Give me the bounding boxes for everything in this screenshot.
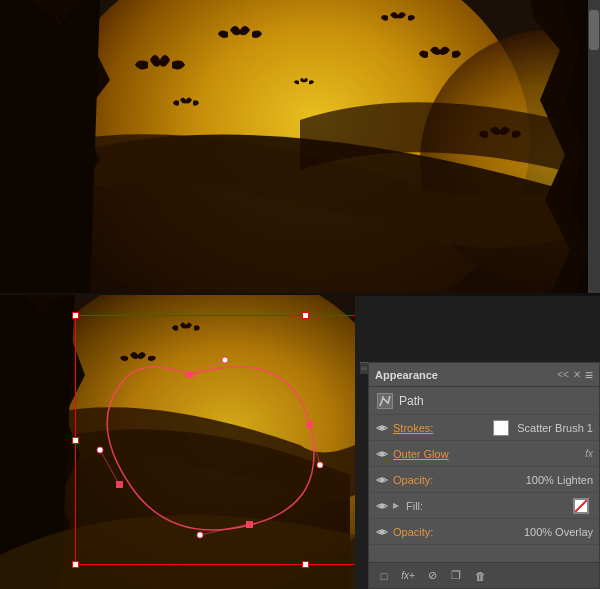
fill-label: Fill: — [406, 500, 569, 512]
row-outer-glow[interactable]: Outer Glow fx — [369, 441, 599, 467]
path-label-row: Path — [369, 387, 599, 415]
fill-swatch-border — [574, 499, 588, 513]
eye-icon-fill[interactable] — [375, 499, 389, 513]
artwork-bottom — [0, 295, 355, 589]
expand-arrow-fill[interactable]: ▶ — [393, 501, 403, 511]
strokes-label: Strokes: — [393, 422, 489, 434]
eye-icon-opacity2[interactable] — [375, 525, 389, 539]
panel-menu-btn[interactable]: ≡ — [585, 367, 593, 383]
eye-icon-opacity1[interactable] — [375, 473, 389, 487]
opacity2-value: 100% Overlay — [524, 526, 593, 538]
panel-title: Appearance — [375, 369, 438, 381]
appearance-panel: Appearance << ✕ ≡ Path — [368, 362, 600, 589]
clear-btn[interactable]: ⊘ — [423, 567, 441, 585]
stroke-swatch[interactable] — [493, 420, 509, 436]
panel-close-btn[interactable]: ✕ — [573, 370, 581, 380]
fx-plus-btn[interactable]: fx+ — [399, 567, 417, 585]
svg-point-15 — [380, 478, 384, 482]
eye-icon-outer-glow[interactable] — [375, 447, 389, 461]
fill-swatch[interactable] — [573, 498, 589, 514]
row-fill[interactable]: ▶ Fill: — [369, 493, 599, 519]
svg-point-14 — [380, 452, 384, 456]
svg-point-13 — [380, 426, 384, 430]
svg-point-16 — [380, 504, 384, 508]
svg-point-17 — [380, 530, 384, 534]
opacity1-value: 100% Lighten — [526, 474, 593, 486]
path-icon — [377, 393, 393, 409]
scrollbar-thumb-top[interactable] — [589, 10, 599, 50]
duplicate-btn[interactable]: ❐ — [447, 567, 465, 585]
opacity2-label: Opacity: — [393, 526, 520, 538]
artwork-top — [0, 0, 600, 295]
artwork-svg-top — [0, 0, 600, 295]
eye-icon-strokes[interactable] — [375, 421, 389, 435]
new-art-btn[interactable]: □ — [375, 567, 393, 585]
panel-resize-handle[interactable]: ‹‹ — [360, 362, 368, 374]
fx-badge-outer-glow: fx — [585, 448, 593, 459]
path-tool-icon — [378, 394, 392, 408]
opacity1-label: Opacity: — [393, 474, 522, 486]
panel-collapse-btn[interactable]: << — [557, 370, 569, 380]
artwork-svg-bottom — [0, 295, 355, 589]
panel-footer: □ fx+ ⊘ ❐ 🗑 — [369, 562, 599, 588]
row-opacity-overlay[interactable]: Opacity: 100% Overlay — [369, 519, 599, 545]
path-label-text: Path — [399, 394, 424, 408]
delete-btn[interactable]: 🗑 — [471, 567, 489, 585]
row-opacity-lighten[interactable]: Opacity: 100% Lighten — [369, 467, 599, 493]
outer-glow-label: Outer Glow — [393, 448, 487, 460]
scrollbar-top[interactable] — [588, 0, 600, 295]
canvas-area: ‹‹ Appearance << ✕ ≡ Path — [0, 0, 600, 589]
stroke-swatch-inner — [496, 423, 506, 433]
row-strokes[interactable]: Strokes: Scatter Brush 1 — [369, 415, 599, 441]
panel-header: Appearance << ✕ ≡ — [369, 363, 599, 387]
panel-controls: << ✕ ≡ — [557, 367, 593, 383]
strokes-value: Scatter Brush 1 — [517, 422, 593, 434]
